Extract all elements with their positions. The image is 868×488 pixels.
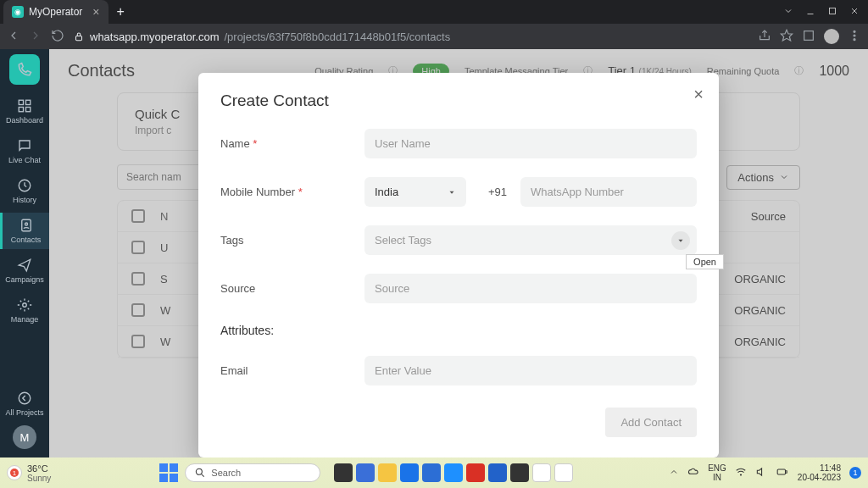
contacts-icon	[19, 218, 34, 233]
profile-avatar-icon[interactable]	[824, 29, 839, 44]
caret-down-icon	[676, 236, 685, 245]
taskbar-app-icon[interactable]	[554, 463, 573, 482]
taskbar-app-icon[interactable]	[378, 463, 397, 482]
window-close-icon[interactable]	[849, 6, 860, 19]
back-circle-icon	[17, 391, 32, 406]
clock-time: 11:48	[798, 463, 841, 473]
window-chevron-icon[interactable]	[783, 6, 793, 19]
window-minimize-icon[interactable]	[805, 6, 815, 19]
name-input[interactable]	[364, 129, 697, 158]
taskbar-app-icon[interactable]	[400, 463, 419, 482]
taskbar-app-icon[interactable]	[488, 463, 507, 482]
window-maximize-icon[interactable]	[827, 6, 837, 19]
extensions-icon[interactable]	[802, 29, 815, 45]
clock[interactable]: 11:48 20-04-2023	[798, 463, 841, 482]
taskbar-search[interactable]: Search	[185, 463, 320, 482]
new-tab-button[interactable]: +	[117, 4, 125, 19]
weather-icon: 1	[7, 465, 22, 480]
modal-title: Create Contact	[220, 92, 697, 110]
browser-tab[interactable]: ◉ MyOperator ×	[3, 0, 108, 24]
app-logo[interactable]	[9, 54, 40, 85]
attributes-heading: Attributes:	[220, 324, 697, 337]
svg-rect-10	[19, 100, 23, 104]
country-value: India	[375, 186, 398, 198]
sidebar-item-manage[interactable]: Manage	[0, 292, 49, 329]
svg-point-16	[25, 223, 27, 225]
sidebar-label: History	[13, 196, 36, 204]
sidebar-item-campaigns[interactable]: Campaigns	[0, 252, 49, 289]
tags-dropdown-button[interactable]	[671, 231, 690, 250]
modal-overlay[interactable]: Create Contact × Name * Mobile Number * …	[49, 49, 868, 458]
sidebar-label: All Projects	[5, 408, 43, 417]
svg-point-8	[854, 35, 855, 36]
taskbar-app-icon[interactable]	[334, 463, 353, 482]
notification-badge[interactable]: 1	[849, 467, 861, 479]
battery-icon[interactable]	[776, 466, 789, 480]
taskbar-app-icon[interactable]	[356, 463, 375, 482]
svg-line-22	[202, 474, 204, 477]
lang-region: IN	[708, 473, 726, 482]
svg-point-9	[854, 38, 855, 40]
svg-marker-5	[781, 30, 792, 41]
add-contact-button[interactable]: Add Contact	[605, 408, 697, 437]
svg-rect-24	[777, 469, 785, 474]
source-input[interactable]	[364, 274, 697, 303]
star-icon[interactable]	[780, 29, 793, 45]
taskbar-app-icon[interactable]	[466, 463, 485, 482]
history-icon	[17, 178, 32, 193]
url-path: /projects/63f750f8b0cdd171448b01f5/conta…	[224, 30, 450, 43]
nav-forward-icon[interactable]	[29, 29, 42, 45]
svg-marker-19	[450, 191, 454, 193]
user-avatar[interactable]: M	[13, 425, 36, 449]
sidebar-item-live-chat[interactable]: Live Chat	[0, 133, 49, 169]
sidebar-label: Contacts	[11, 236, 42, 244]
svg-rect-13	[26, 108, 31, 112]
sidebar-item-contacts[interactable]: Contacts	[0, 213, 49, 249]
url-field[interactable]: whatsapp.myoperator.com/projects/63f750f…	[73, 30, 749, 43]
required-icon: *	[253, 137, 257, 150]
svg-point-7	[854, 30, 855, 32]
lang-code[interactable]: ENG	[708, 463, 726, 473]
sidebar-label: Campaigns	[5, 275, 44, 284]
svg-rect-12	[19, 108, 23, 112]
taskbar-apps	[334, 463, 573, 482]
taskbar-app-icon[interactable]	[510, 463, 529, 482]
tray-chevron-icon[interactable]	[669, 467, 679, 479]
tab-favicon: ◉	[12, 6, 24, 18]
svg-rect-6	[804, 30, 814, 40]
url-host: whatsapp.myoperator.com	[90, 30, 219, 43]
tab-close-icon[interactable]: ×	[92, 5, 99, 19]
tags-select[interactable]: Select Tags Open	[364, 225, 697, 255]
browser-address-bar: whatsapp.myoperator.com/projects/63f750f…	[0, 24, 868, 49]
nav-back-icon[interactable]	[7, 29, 20, 45]
email-label: Email	[220, 364, 364, 377]
tags-placeholder: Select Tags	[375, 234, 431, 247]
share-icon[interactable]	[758, 29, 771, 45]
wifi-icon[interactable]	[735, 466, 747, 480]
sidebar-item-history[interactable]: History	[0, 173, 49, 209]
taskbar-app-icon[interactable]	[532, 463, 551, 482]
sidebar-item-dashboard[interactable]: Dashboard	[0, 93, 49, 130]
kebab-menu-icon[interactable]	[848, 29, 861, 45]
taskbar-app-icon[interactable]	[444, 463, 463, 482]
sidebar-item-all-projects[interactable]: All Projects	[0, 385, 49, 422]
mobile-label: Mobile Number	[220, 186, 295, 198]
weather-cond: Sunny	[27, 474, 51, 483]
tags-label: Tags	[220, 234, 364, 247]
mobile-input[interactable]	[520, 177, 697, 207]
tray-onedrive-icon[interactable]	[687, 466, 699, 480]
start-button[interactable]	[159, 463, 178, 482]
gear-icon	[17, 297, 32, 313]
modal-close-icon[interactable]: ×	[693, 85, 704, 104]
caret-down-icon	[448, 188, 456, 197]
volume-icon[interactable]	[755, 466, 767, 480]
weather-widget[interactable]: 1 36°C Sunny	[7, 463, 51, 483]
search-icon	[194, 467, 206, 479]
nav-reload-icon[interactable]	[51, 29, 64, 45]
country-select[interactable]: India	[364, 177, 466, 207]
svg-rect-11	[26, 100, 31, 104]
sidebar-label: Dashboard	[6, 116, 43, 125]
taskbar-search-label: Search	[211, 468, 241, 478]
email-input[interactable]	[364, 356, 697, 385]
taskbar-app-icon[interactable]	[422, 463, 441, 482]
